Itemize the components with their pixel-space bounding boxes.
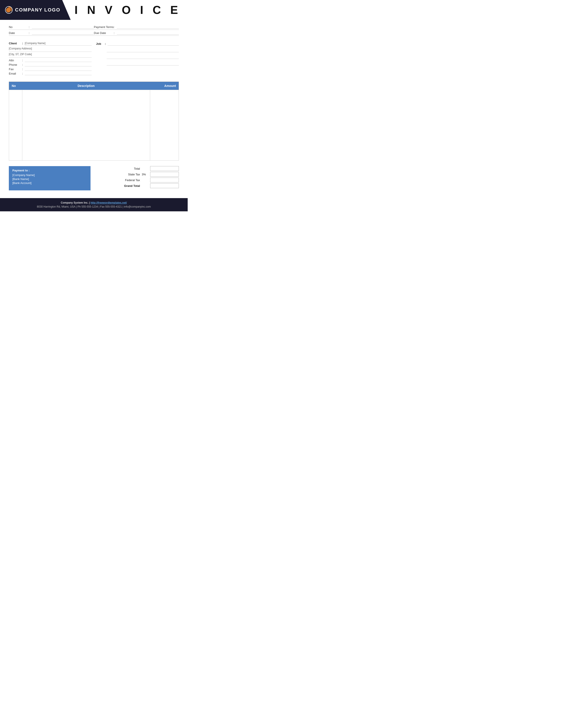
logo-section: COMPANY LOGO	[0, 0, 71, 20]
payment-terms-right: Payment Terms :	[94, 25, 179, 29]
invoice-title-section: I N V O I C E	[71, 0, 188, 20]
due-date-right: Due Date :	[94, 31, 179, 35]
job-value-4[interactable]	[107, 60, 179, 66]
attn-value[interactable]	[25, 58, 92, 62]
job-value-2[interactable]	[107, 47, 179, 52]
client-left: Client : [Company Name] [Company Address…	[9, 42, 92, 76]
grand-total-label: Grand Total	[118, 184, 140, 188]
fax-label: Fax	[9, 68, 22, 71]
payment-company-name: [Company Name]	[12, 173, 87, 177]
footer-line1: Company System Inc. | http://freewordtem…	[4, 201, 183, 204]
table-row	[9, 90, 179, 161]
email-colon: :	[22, 72, 23, 75]
no-label: No	[9, 25, 29, 29]
client-company-name[interactable]: [Company Name]	[25, 42, 92, 46]
totals-box: Total State Tax 3% Federal Tax Grand Tot…	[95, 166, 179, 188]
grand-total-input[interactable]	[150, 183, 179, 188]
due-date-colon: :	[114, 31, 115, 35]
state-tax-row: State Tax 3%	[95, 172, 179, 177]
bottom-section: Payment to : [Company Name] [Bank Name] …	[0, 163, 188, 194]
table-no-cell[interactable]	[9, 90, 22, 161]
email-label: Email	[9, 72, 22, 75]
logo-icon	[4, 6, 13, 14]
state-tax-percent: 3%	[142, 173, 148, 176]
date-left: Date :	[9, 31, 94, 35]
invoice-title: I N V O I C E	[75, 3, 181, 17]
payment-title: Payment to :	[12, 169, 87, 172]
federal-tax-input[interactable]	[150, 178, 179, 182]
date-label: Date	[9, 31, 29, 35]
payment-terms-label: Payment Terms	[94, 25, 114, 29]
attn-colon: :	[22, 59, 23, 62]
client-label: Client	[9, 42, 22, 45]
payment-terms-value[interactable]	[117, 25, 179, 29]
due-date-value[interactable]	[117, 31, 179, 35]
federal-tax-row: Federal Tax	[95, 178, 179, 182]
table-desc-cell[interactable]	[22, 90, 150, 161]
payment-bank-name: [Bank Name]	[12, 177, 87, 181]
date-row: Date : Due Date :	[9, 30, 179, 36]
phone-label: Phone	[9, 63, 22, 66]
invoice-table: No Description Amount	[9, 82, 179, 161]
col-no-header: No	[9, 82, 22, 90]
attn-row: Attn :	[9, 58, 92, 62]
table-section: No Description Amount	[0, 79, 188, 163]
logo-text: COMPANY LOGO	[4, 6, 60, 14]
no-value[interactable]	[32, 25, 94, 29]
phone-colon: :	[22, 63, 23, 66]
payment-bank-account: [Bank Account]	[12, 181, 87, 185]
job-value-3[interactable]	[107, 54, 179, 59]
attn-label: Attn	[9, 59, 22, 62]
total-input[interactable]	[150, 166, 179, 171]
col-description-header: Description	[22, 82, 150, 90]
no-row: No : Payment Terms :	[9, 24, 179, 30]
footer-company-text: Company System Inc. |	[61, 201, 90, 204]
table-amount-cell[interactable]	[150, 90, 179, 161]
footer-link[interactable]: http://freewordtemplates.net/	[90, 201, 127, 204]
header: COMPANY LOGO I N V O I C E	[0, 0, 188, 20]
no-left: No :	[9, 25, 94, 29]
email-row: Email :	[9, 72, 92, 75]
info-section: No : Payment Terms : Date : Due Date :	[0, 20, 188, 38]
no-colon: :	[29, 25, 30, 29]
total-row: Total	[95, 166, 179, 171]
phone-value[interactable]	[25, 63, 92, 66]
job-value-1[interactable]	[107, 42, 179, 46]
due-date-label: Due Date	[94, 31, 114, 35]
email-value[interactable]	[25, 72, 92, 75]
table-header-row: No Description Amount	[9, 82, 179, 90]
state-tax-input[interactable]	[150, 172, 179, 177]
fax-row: Fax :	[9, 67, 92, 71]
federal-tax-label: Federal Tax	[118, 178, 140, 182]
client-job-section: Client : [Company Name] [Company Address…	[0, 38, 188, 79]
client-header-row: Client : [Company Name]	[9, 42, 92, 46]
job-colon: :	[105, 42, 106, 45]
date-colon: :	[29, 31, 30, 35]
footer: Company System Inc. | http://freewordtem…	[0, 198, 188, 211]
client-colon: :	[22, 42, 23, 45]
grand-total-row: Grand Total	[95, 183, 179, 188]
payment-terms-colon: :	[114, 25, 115, 29]
total-label: Total	[118, 167, 140, 170]
job-label: Job	[96, 42, 105, 45]
client-city-zip[interactable]: [City, ST, ZIP Code]	[9, 53, 92, 58]
fax-colon: :	[22, 68, 23, 71]
fax-value[interactable]	[25, 67, 92, 71]
client-address[interactable]: [Company Address]	[9, 47, 92, 52]
job-right: Job :	[96, 42, 179, 76]
footer-line2: 8030 Harrington Rd, Miami, USA | Ph 555-…	[4, 205, 183, 208]
state-tax-label: State Tax	[118, 173, 140, 176]
col-amount-header: Amount	[150, 82, 179, 90]
payment-box: Payment to : [Company Name] [Bank Name] …	[9, 166, 90, 190]
job-header-row: Job :	[96, 42, 179, 46]
date-value[interactable]	[32, 31, 94, 35]
phone-row: Phone :	[9, 63, 92, 66]
